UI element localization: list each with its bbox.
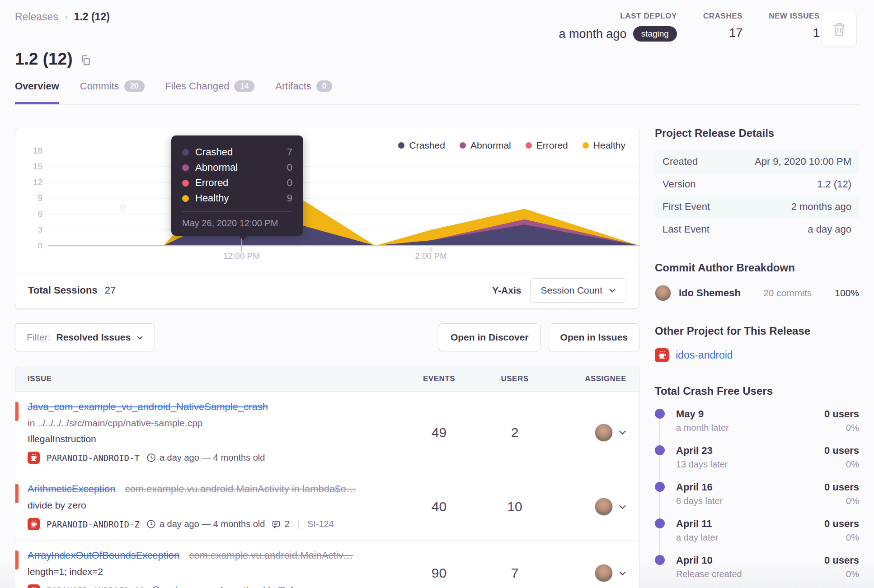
clock-icon: [146, 453, 156, 462]
issue-events-count: 90: [399, 550, 479, 588]
tab-files-changed[interactable]: Files Changed 14: [165, 80, 255, 104]
author-commit-count: 20 commits: [763, 288, 812, 299]
issue-title-link[interactable]: ArithmeticException: [28, 483, 115, 495]
stat-last-deploy: LAST DEPLOY a month ago staging: [559, 12, 677, 42]
table-row: Java_com_example_vu_android_NativeSample…: [15, 392, 639, 474]
column-issue: ISSUE: [15, 374, 399, 383]
issues-controls: Filter: Resolved Issues Open in Discover…: [15, 323, 639, 351]
issue-events-count: 49: [399, 401, 479, 464]
issue-message: length=1; index=2: [28, 566, 399, 577]
zero-watermark: 0: [120, 203, 125, 213]
open-in-discover-button[interactable]: Open in Discover: [439, 323, 540, 351]
column-events: EVENTS: [399, 374, 479, 383]
legend-item-abnormal[interactable]: Abnormal: [460, 140, 511, 151]
timeline-dot-icon: [655, 409, 665, 419]
crashes-value: 17: [703, 26, 742, 40]
issue-age: a day ago — 4 months old: [160, 519, 265, 529]
trash-icon: [832, 22, 846, 37]
detail-row-version: Version 1.2 (12): [655, 173, 859, 196]
issue-subtitle: com.example.vu.android.MainActivity in l…: [125, 483, 356, 495]
timeline-dot-icon: [655, 518, 665, 528]
legend-item-crashed[interactable]: Crashed: [398, 140, 445, 151]
total-sessions-value: 27: [105, 285, 116, 296]
clock-icon: [146, 519, 156, 529]
crash-free-heading: Total Crash Free Users: [655, 385, 859, 397]
tab-artifacts[interactable]: Artifacts 0: [275, 80, 332, 104]
issue-users-count: 10: [479, 483, 551, 530]
page-title: 1.2 (12): [15, 50, 73, 69]
comment-icon: [277, 586, 286, 588]
y-axis-select[interactable]: Session Count: [530, 278, 626, 303]
assignee-avatar[interactable]: [595, 564, 613, 582]
assignee-avatar[interactable]: [595, 498, 613, 516]
detail-row-created: Created Apr 9, 2020 10:00 PM: [655, 150, 859, 173]
list-item: April 110 users a day later0%: [676, 518, 859, 543]
stat-crashes: CRASHES 17: [703, 12, 742, 40]
y-axis-tick: 18: [22, 145, 42, 156]
legend-item-healthy[interactable]: Healthy: [583, 140, 625, 151]
detail-row-last-event: Last Event a day ago: [655, 218, 859, 241]
abnormal-dot-icon: [182, 164, 189, 171]
y-axis-tick: 3: [22, 224, 42, 235]
chevron-down-icon: [136, 336, 143, 340]
table-row: ArithmeticException com.example.vu.andro…: [15, 474, 639, 541]
other-project-link[interactable]: idos-android: [676, 349, 733, 361]
tooltip-row: Abnormal 0: [182, 160, 292, 175]
open-in-issues-button[interactable]: Open in Issues: [549, 323, 639, 351]
chevron-down-icon: [609, 288, 616, 293]
timeline-dot-icon: [655, 555, 665, 565]
legend-item-errored[interactable]: Errored: [526, 140, 568, 151]
issue-culprit: in ../../../../src/main/cpp/native-sampl…: [28, 418, 399, 429]
breadcrumb-current: 1.2 (12): [74, 11, 110, 23]
y-axis-tick: 12: [22, 177, 42, 188]
healthy-dot-icon: [583, 142, 589, 149]
y-axis-tick: 0: [22, 240, 42, 251]
meta-divider: |: [297, 519, 300, 529]
detail-row-first-event: First Event 2 months ago: [655, 196, 859, 218]
comment-count: 2: [284, 519, 289, 529]
author-name: Ido Shemesh: [679, 287, 756, 299]
list-item: April 160 users 6 days later0%: [676, 481, 859, 506]
healthy-dot-icon: [182, 195, 189, 202]
breadcrumb: Releases › 1.2 (12): [15, 11, 110, 23]
project-icon[interactable]: [28, 584, 40, 588]
issue-message: divide by zero: [28, 500, 399, 511]
total-sessions-label: Total Sessions: [28, 285, 98, 296]
details-heading: Project Release Details: [655, 127, 859, 140]
clock-icon: [151, 586, 161, 588]
copy-icon[interactable]: [80, 54, 92, 66]
chart-footer: Total Sessions 27 Y-Axis Session Count: [15, 272, 639, 308]
tooltip-row: Healthy 9: [182, 191, 292, 206]
assignee-chevron-icon[interactable]: [619, 430, 626, 435]
assignee-avatar[interactable]: [595, 424, 613, 442]
crashes-label: CRASHES: [703, 12, 742, 21]
author-percent: 100%: [835, 288, 859, 299]
issue-title-link[interactable]: Java_com_example_vu_android_NativeSample…: [28, 401, 268, 412]
stat-new-issues: NEW ISSUES 1: [769, 12, 820, 40]
assignee-chevron-icon[interactable]: [619, 571, 626, 576]
sessions-chart: CrashedAbnormalErroredHealthy 1815129630…: [15, 128, 639, 272]
tab-overview[interactable]: Overview: [15, 80, 59, 104]
release-sidebar: Project Release Details Created Apr 9, 2…: [655, 127, 859, 588]
issue-title-link[interactable]: ArrayIndexOutOfBoundsException: [28, 550, 179, 561]
author-avatar: [655, 285, 671, 301]
column-users: USERS: [479, 374, 551, 383]
assignee-chevron-icon[interactable]: [619, 504, 626, 509]
sessions-chart-panel: CrashedAbnormalErroredHealthy 1815129630…: [15, 128, 639, 309]
issue-users-count: 7: [479, 550, 551, 588]
project-icon[interactable]: [28, 518, 40, 530]
project-icon: [655, 348, 669, 362]
project-slug[interactable]: PARANOID-ANDROID-Z: [47, 519, 140, 529]
issue-subtitle: com.example.vu.android.MainActiv…: [189, 550, 353, 561]
y-axis-label: Y-Axis: [492, 285, 521, 296]
filter-dropdown[interactable]: Filter: Resolved Issues: [15, 323, 155, 351]
project-slug[interactable]: PARANOID-ANDROID-10: [47, 586, 145, 588]
delete-release-button[interactable]: [822, 12, 857, 47]
tab-commits[interactable]: Commits 20: [80, 80, 145, 104]
issue-short-id: SI-124: [307, 519, 334, 529]
project-slug[interactable]: PARANOID-ANDROID-T: [47, 453, 140, 463]
list-item: April 100 users Release created0%: [676, 555, 859, 579]
error-level-indicator: [15, 484, 19, 503]
project-icon[interactable]: [28, 452, 40, 464]
breadcrumb-releases-link[interactable]: Releases: [15, 11, 58, 23]
